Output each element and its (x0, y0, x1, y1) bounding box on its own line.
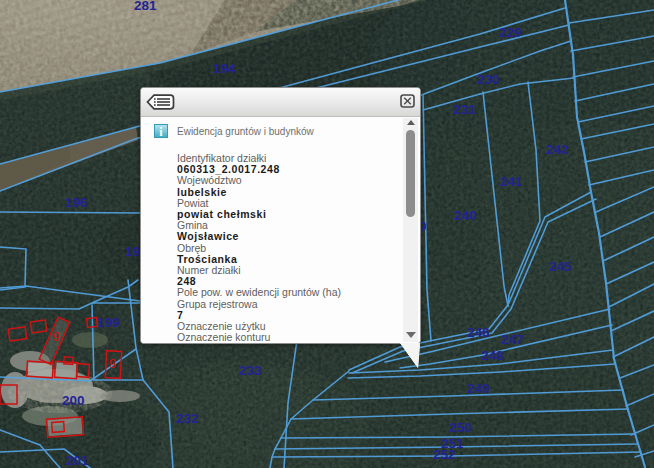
svg-text:229: 229 (499, 25, 522, 40)
svg-text:242: 242 (546, 142, 569, 157)
svg-text:249: 249 (467, 381, 490, 396)
svg-text:247: 247 (501, 332, 524, 347)
svg-text:9: 9 (53, 329, 60, 344)
svg-text:200: 200 (62, 393, 85, 408)
svg-text:250: 250 (449, 420, 472, 435)
svg-text:232: 232 (176, 411, 199, 426)
svg-text:201: 201 (66, 453, 89, 468)
svg-text:246: 246 (467, 325, 490, 340)
svg-text:199: 199 (97, 315, 120, 330)
svg-text:248: 248 (481, 348, 504, 363)
svg-text:252: 252 (433, 447, 456, 462)
svg-text:194: 194 (213, 61, 236, 76)
svg-text:231: 231 (453, 102, 476, 117)
svg-text:196: 196 (65, 195, 88, 210)
svg-text:230: 230 (477, 72, 500, 87)
svg-text:281: 281 (134, 0, 157, 13)
svg-text:240: 240 (454, 208, 477, 223)
svg-text:19: 19 (125, 244, 140, 259)
svg-text:233: 233 (239, 363, 262, 378)
svg-text:9: 9 (109, 356, 116, 371)
svg-text:245: 245 (549, 259, 572, 274)
svg-text:241: 241 (500, 174, 523, 189)
